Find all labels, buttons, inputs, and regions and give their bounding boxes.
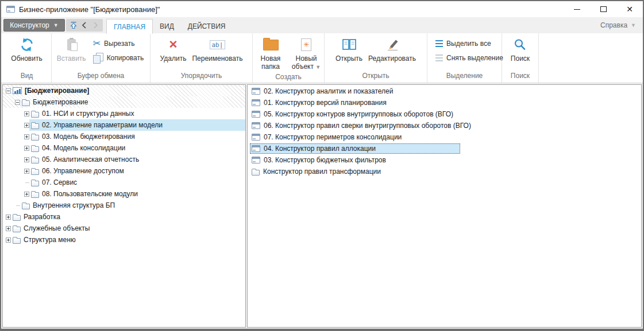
expander-plus-icon[interactable]: [6, 215, 11, 220]
refresh-button[interactable]: Обновить: [9, 34, 44, 63]
tree-row[interactable]: 08. Пользовательские модули: [3, 188, 245, 200]
help-label: Справка: [600, 21, 627, 29]
list-item[interactable]: 03. Конструктор бюджетных фильтров: [248, 154, 641, 166]
expander-plus-icon[interactable]: [24, 157, 29, 162]
tree-node-label: Внутренняя структура БП: [33, 201, 115, 209]
minimize-button[interactable]: [564, 1, 590, 17]
tree-node-label: 08. Пользовательские модули: [42, 190, 138, 198]
expander-plus-icon[interactable]: [24, 111, 29, 116]
folder-icon: [31, 135, 39, 141]
chevron-left-icon: [82, 22, 87, 29]
tree-row[interactable]: 04. Модель консолидации: [3, 142, 245, 154]
app-chart-icon: [13, 87, 22, 94]
rename-button[interactable]: Переименовать: [190, 34, 245, 63]
up-level-button[interactable]: [68, 20, 79, 30]
expander-plus-icon[interactable]: [24, 123, 29, 128]
tree-node-label: 05. Аналитическая отчетность: [42, 155, 139, 163]
open-button[interactable]: Открыть: [333, 34, 365, 63]
tree-node-label: 04. Модель консолидации: [42, 144, 125, 152]
select-all-button[interactable]: Выделить все: [432, 37, 507, 50]
back-button[interactable]: [79, 20, 90, 30]
window-title: Бизнес-приложение "[Бюджетирование]": [19, 5, 564, 14]
window-controls: ✕: [564, 1, 643, 17]
expander-minus-icon[interactable]: [6, 88, 11, 94]
close-button[interactable]: ✕: [616, 1, 643, 17]
chevron-down-icon: ▼: [53, 22, 59, 28]
list-item[interactable]: 05. Конструктор контуров внутригрупповых…: [248, 108, 641, 120]
tab-view[interactable]: ВИД: [153, 19, 181, 34]
folder-icon: [22, 100, 30, 106]
tree-row[interactable]: Структура меню: [3, 234, 245, 246]
search-button[interactable]: Поиск: [508, 34, 532, 63]
tree-row[interactable]: Разработка: [3, 211, 245, 223]
tree-row[interactable]: 02. Управление параметрами модели: [3, 119, 245, 131]
title-bar: Бизнес-приложение "[Бюджетирование]" ✕: [1, 1, 643, 17]
chevron-right-icon: [93, 22, 98, 29]
tree-row[interactable]: 05. Аналитическая отчетность: [3, 154, 245, 165]
folder-icon: [13, 215, 21, 221]
forward-button[interactable]: [90, 20, 101, 30]
list-item[interactable]: 02. Конструктор аналитик и показателей: [248, 85, 641, 97]
ribbon-group-selection: Выделить все Снять выделение Выделение: [427, 33, 502, 83]
expander-minus-icon[interactable]: [15, 100, 20, 105]
form-icon: [252, 122, 260, 129]
paste-button[interactable]: Вставить: [55, 34, 88, 63]
list-item-label: 07. Конструктор периметров консолидации: [264, 133, 402, 141]
copy-icon: [93, 53, 103, 63]
folder-icon: [31, 123, 39, 129]
tree-row[interactable]: Служебные объекты: [3, 223, 245, 234]
main-area: [Бюджетирование] Бюджетирование 01. НСИ …: [1, 83, 643, 329]
folder-tree-panel: [Бюджетирование] Бюджетирование 01. НСИ …: [2, 84, 246, 328]
tree-row[interactable]: 01. НСИ и структуры данных: [3, 108, 245, 119]
expander-plus-icon[interactable]: [24, 146, 29, 151]
list-item[interactable]: 04. Конструктор правил аллокации: [248, 143, 641, 154]
tab-actions[interactable]: ДЕЙСТВИЯ: [181, 19, 233, 34]
objects-list: 02. Конструктор аналитик и показателей 0…: [248, 85, 641, 177]
tree-row[interactable]: 03. Модель бюджетирования: [3, 131, 245, 142]
tree-node-label: 01. НСИ и структуры данных: [42, 110, 134, 118]
tree-row[interactable]: Бюджетирование: [3, 96, 245, 108]
list-item[interactable]: Конструктор правил трансформации: [248, 166, 641, 177]
group-label-open: Открыть: [325, 71, 427, 83]
folder-icon: [31, 192, 39, 198]
form-icon: [252, 134, 260, 141]
list-item[interactable]: 06. Конструктор правил сверки внутригруп…: [248, 120, 641, 131]
tree-row[interactable]: [Бюджетирование]: [3, 85, 245, 96]
tab-main[interactable]: ГЛАВНАЯ: [106, 19, 153, 34]
tree-node-label: Разработка: [24, 213, 60, 221]
maximize-button[interactable]: [590, 1, 616, 17]
clear-selection-button[interactable]: Снять выделение: [432, 52, 507, 64]
list-item-label: 04. Конструктор правил аллокации: [264, 145, 376, 153]
expander-plus-icon[interactable]: [6, 226, 11, 231]
tree-row[interactable]: Внутренняя структура БП: [3, 200, 245, 211]
expander-plus-icon[interactable]: [24, 134, 29, 139]
clear-selection-icon: [435, 54, 443, 61]
ribbon-group-view: Обновить Вид: [2, 33, 52, 83]
rename-icon: [210, 40, 225, 49]
list-item[interactable]: 01. Конструктор версий планирования: [248, 97, 641, 108]
group-label-search: Поиск: [502, 71, 538, 83]
ribbon-group-clipboard: Вставить ✂ Вырезать Копировать Буфер обм…: [52, 33, 151, 83]
scissors-icon: ✂: [93, 39, 101, 48]
app-menu-button[interactable]: Конструктор ▼: [3, 19, 65, 32]
ribbon-group-open: Открыть Редактировать Открыть: [325, 33, 427, 83]
help-menu[interactable]: Справка ▼: [600, 21, 636, 29]
app-menu-label: Конструктор: [10, 21, 49, 29]
cut-button[interactable]: ✂ Вырезать: [90, 37, 148, 50]
new-object-button[interactable]: Новый объект ▼: [289, 34, 323, 72]
chevron-down-icon: ▼: [631, 22, 636, 28]
expander-plus-icon[interactable]: [24, 169, 29, 174]
expander-plus-icon[interactable]: [6, 237, 11, 243]
new-folder-button[interactable]: Новая папка: [253, 34, 288, 71]
tree-row[interactable]: 07. Сервис: [3, 177, 245, 188]
copy-button[interactable]: Копировать: [90, 52, 148, 64]
tree-row[interactable]: 06. Управление доступом: [3, 165, 245, 177]
folder-icon: [31, 146, 39, 152]
expander-plus-icon[interactable]: [24, 192, 29, 197]
group-label-selection: Выделение: [427, 71, 502, 83]
list-item-label: 06. Конструктор правил сверки внутригруп…: [264, 122, 471, 130]
edit-button[interactable]: Редактировать: [366, 34, 418, 63]
delete-button[interactable]: ✕ Удалить: [158, 34, 189, 63]
edit-pencil-icon: [385, 36, 400, 53]
list-item[interactable]: 07. Конструктор периметров консолидации: [248, 131, 641, 143]
